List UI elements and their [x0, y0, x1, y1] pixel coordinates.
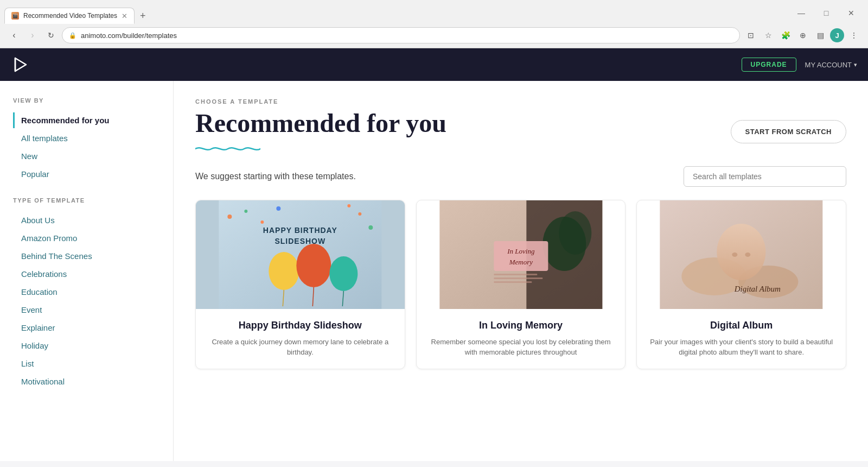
- close-button[interactable]: ✕: [839, 4, 864, 22]
- card-desc-memory: Remember someone special you lost by cel…: [427, 337, 615, 358]
- app-body: VIEW BY Recommended for you All template…: [0, 81, 868, 461]
- tab-close-icon[interactable]: ✕: [122, 12, 127, 20]
- svg-point-8: [368, 225, 373, 230]
- sidebar-item-explainer[interactable]: Explainer: [13, 320, 160, 336]
- svg-text:HAPPY BIRTHDAY: HAPPY BIRTHDAY: [263, 226, 337, 235]
- sidebar-item-amazon-promo[interactable]: Amazon Promo: [13, 230, 160, 246]
- forward-button[interactable]: ›: [25, 28, 40, 43]
- my-account-button[interactable]: MY ACCOUNT ▾: [805, 61, 857, 69]
- reload-button[interactable]: ↻: [43, 28, 59, 43]
- sidebar-item-all[interactable]: All templates: [13, 130, 160, 146]
- tab-title: Recommended Video Templates: [23, 12, 117, 20]
- sidebar-item-celebrations[interactable]: Celebrations: [13, 266, 160, 282]
- main-content: CHOOSE A TEMPLATE Recommended for you ST…: [174, 81, 868, 461]
- svg-text:In Loving: In Loving: [507, 247, 535, 255]
- card-image-birthday: HAPPY BIRTHDAY SLIDESHOW: [196, 200, 405, 309]
- card-desc-album: Pair your images with your client's stor…: [648, 337, 835, 358]
- svg-marker-0: [15, 58, 26, 71]
- svg-rect-25: [494, 274, 537, 275]
- browser-chrome: 🎬 Recommended Video Templates ✕ + — □ ✕ …: [0, 0, 868, 48]
- svg-text:SLIDESHOW: SLIDESHOW: [275, 237, 326, 245]
- view-by-label: VIEW BY: [13, 97, 160, 104]
- sidebar-type-nav: About Us Amazon Promo Behind The Scenes …: [13, 212, 160, 389]
- browser-right-icons: ⊡ ☆ 🧩 ⊕ ▤ J ⋮: [743, 28, 861, 43]
- card-desc-birthday: Create a quick journey down memory lane …: [207, 337, 394, 358]
- svg-point-6: [276, 206, 280, 211]
- template-card-birthday[interactable]: HAPPY BIRTHDAY SLIDESHOW Happy Birthday …: [195, 200, 405, 369]
- upgrade-button[interactable]: UPGRADE: [742, 58, 796, 72]
- card-image-memory: In Loving Memory: [417, 200, 626, 309]
- svg-text:Digital Album: Digital Album: [734, 285, 781, 293]
- sidebar-item-education[interactable]: Education: [13, 284, 160, 300]
- svg-point-33: [745, 253, 751, 257]
- wavy-line-icon: [195, 144, 260, 153]
- sidebar-view-nav: Recommended for you All templates New Po…: [13, 112, 160, 182]
- start-from-scratch-button[interactable]: START FROM SCRATCH: [731, 120, 846, 143]
- header-row: CHOOSE A TEMPLATE Recommended for you ST…: [195, 98, 846, 166]
- app-header: UPGRADE MY ACCOUNT ▾: [0, 48, 868, 81]
- new-tab-button[interactable]: +: [135, 8, 151, 24]
- svg-point-10: [269, 252, 299, 290]
- card-body-memory: In Loving Memory Remember someone specia…: [417, 309, 626, 369]
- address-bar[interactable]: 🔒 animoto.com/builder/templates: [62, 27, 740, 43]
- svg-rect-26: [494, 277, 542, 279]
- chevron-down-icon: ▾: [854, 61, 857, 68]
- svg-point-4: [244, 210, 247, 213]
- card-title-birthday: Happy Birthday Slideshow: [207, 320, 394, 331]
- card-image-album: Digital Album: [637, 200, 846, 309]
- svg-point-21: [559, 211, 591, 255]
- bookmark-icon[interactable]: ☆: [761, 28, 776, 43]
- sidebar-item-event[interactable]: Event: [13, 302, 160, 318]
- sidebar-item-behind-scenes[interactable]: Behind The Scenes: [13, 248, 160, 264]
- sidebar-item-holiday[interactable]: Holiday: [13, 338, 160, 354]
- card-body-birthday: Happy Birthday Slideshow Create a quick …: [196, 309, 405, 369]
- logo-icon: [11, 55, 30, 74]
- tab-favicon: 🎬: [11, 12, 19, 20]
- sidebar-item-popular[interactable]: Popular: [13, 166, 160, 182]
- search-input[interactable]: [684, 166, 846, 187]
- svg-point-14: [329, 256, 358, 291]
- maximize-button[interactable]: □: [814, 4, 839, 22]
- page-title: Recommended for you: [195, 109, 446, 138]
- svg-rect-22: [494, 241, 548, 271]
- window-controls: — □ ✕: [789, 4, 864, 24]
- browser-titlebar: 🎬 Recommended Video Templates ✕ + — □ ✕: [0, 0, 868, 24]
- wavy-decoration: [195, 144, 446, 155]
- sidebar-item-list[interactable]: List: [13, 356, 160, 371]
- template-card-album[interactable]: Digital Album Digital Album Pair your im…: [636, 200, 846, 369]
- avatar[interactable]: J: [830, 28, 844, 42]
- sidebar-icon[interactable]: ▤: [813, 28, 828, 43]
- menu-icon[interactable]: ⋮: [846, 28, 861, 43]
- sidebar-item-motivational[interactable]: Motivational: [13, 374, 160, 389]
- template-card-memory[interactable]: In Loving Memory In Loving Memory Rememb…: [416, 200, 626, 369]
- profile-icon[interactable]: ⊕: [795, 28, 810, 43]
- app-logo[interactable]: [11, 55, 30, 74]
- browser-controls: ‹ › ↻ 🔒 animoto.com/builder/templates ⊡ …: [0, 24, 868, 48]
- album-illustration: Digital Album: [637, 200, 846, 309]
- svg-text:Memory: Memory: [508, 258, 533, 266]
- sidebar-item-recommended[interactable]: Recommended for you: [13, 112, 160, 128]
- page-subtitle: We suggest starting with these templates…: [195, 172, 356, 181]
- sidebar-item-new[interactable]: New: [13, 148, 160, 164]
- memory-illustration: In Loving Memory: [417, 200, 626, 309]
- browser-tab[interactable]: 🎬 Recommended Video Templates ✕: [4, 8, 135, 24]
- svg-rect-27: [494, 281, 532, 283]
- birthday-illustration: HAPPY BIRTHDAY SLIDESHOW: [196, 200, 405, 309]
- extensions-icon[interactable]: 🧩: [778, 28, 793, 43]
- svg-point-3: [227, 214, 232, 219]
- address-url: animoto.com/builder/templates: [81, 31, 733, 40]
- cast-icon[interactable]: ⊡: [743, 28, 758, 43]
- lock-icon: 🔒: [69, 32, 76, 39]
- back-button[interactable]: ‹: [7, 28, 22, 43]
- card-body-album: Digital Album Pair your images with your…: [637, 309, 846, 369]
- svg-point-5: [260, 220, 264, 224]
- minimize-button[interactable]: —: [789, 4, 814, 22]
- account-label: MY ACCOUNT: [805, 61, 852, 69]
- header-right: UPGRADE MY ACCOUNT ▾: [742, 58, 857, 72]
- svg-point-32: [732, 253, 738, 257]
- templates-grid: HAPPY BIRTHDAY SLIDESHOW Happy Birthday …: [195, 200, 846, 369]
- title-area: CHOOSE A TEMPLATE Recommended for you: [195, 98, 446, 166]
- sidebar-item-about-us[interactable]: About Us: [13, 212, 160, 228]
- svg-point-9: [347, 204, 350, 207]
- sidebar: VIEW BY Recommended for you All template…: [0, 81, 174, 461]
